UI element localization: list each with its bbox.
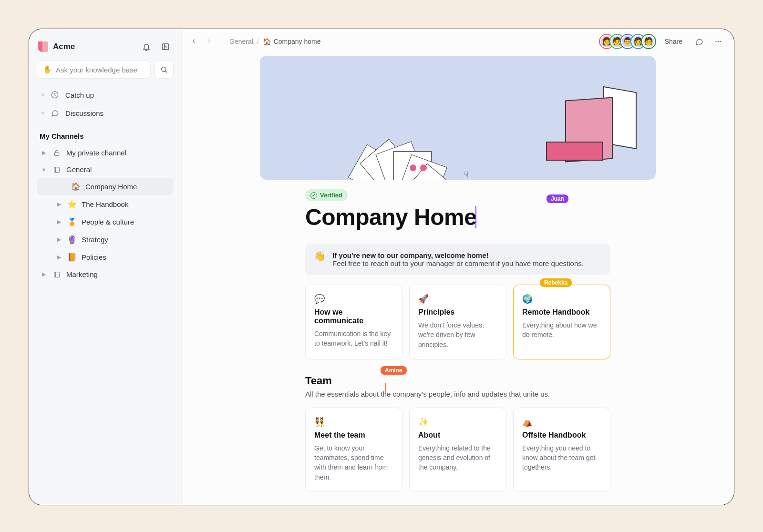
nav-dot-icon [41, 112, 44, 114]
card[interactable]: 🚀PrinciplesWe don't force values, we're … [409, 285, 506, 359]
chevron-right-icon[interactable]: ▶ [56, 219, 62, 225]
notifications-icon[interactable] [139, 40, 154, 54]
share-button[interactable]: Share [660, 35, 687, 48]
breadcrumb-emoji-icon: 🏠 [263, 38, 271, 45]
channel-general-label: General [66, 165, 92, 174]
collapse-sidebar-icon[interactable] [158, 40, 173, 54]
workspace-header: Acme [35, 37, 175, 61]
nav-discussions-label: Discussions [65, 109, 103, 117]
comment-icon[interactable] [692, 34, 706, 49]
card-desc: Get to know your teammates, spend time w… [314, 443, 393, 482]
svg-rect-4 [54, 167, 60, 172]
channel-general[interactable]: ▼ General [37, 162, 174, 177]
card[interactable]: 💬How we communicateCommunication is the … [305, 285, 402, 359]
page-title[interactable]: Company Home [305, 204, 610, 230]
svg-rect-3 [54, 153, 59, 155]
callout-body: Feel free to reach out to your manager o… [332, 259, 584, 267]
clock-icon [50, 91, 60, 99]
page-handbook-label: The Handbook [82, 200, 128, 208]
card[interactable]: 👯Meet the teamGet to know your teammates… [305, 408, 402, 492]
breadcrumb-current-label: Company home [274, 38, 321, 45]
breadcrumb-separator-icon: / [257, 38, 259, 45]
svg-point-8 [720, 41, 721, 41]
card-title: Meet the team [314, 431, 393, 440]
page-people-culture[interactable]: ▶ 🏅 People & culture [37, 214, 174, 230]
presence-avatars[interactable]: 👩🧑👨👩🧑 [603, 35, 655, 48]
cards-row-top: 💬How we communicateCommunication is the … [305, 285, 610, 359]
card-desc: Communication is the key to teamwork. Le… [314, 329, 393, 348]
avatar[interactable]: 🧑 [642, 35, 655, 48]
emoji-icon: 📙 [67, 253, 77, 262]
cards-row-team: 👯Meet the teamGet to know your teammates… [305, 408, 610, 492]
workspace-name[interactable]: Acme [53, 42, 134, 51]
card-desc: Everything about how we do remote. [522, 320, 601, 340]
nav-catch-up-label: Catch up [65, 91, 94, 99]
app-window: Acme ✋ Ask your knowledge base [29, 29, 734, 505]
card-emoji-icon: ✨ [418, 417, 497, 427]
nav-back-button[interactable] [186, 34, 201, 49]
page-strategy[interactable]: ▶ 🔮 Strategy [37, 231, 174, 248]
search-placeholder: Ask your knowledge base [56, 66, 137, 74]
callout-title: If you're new to our company, welcome ho… [332, 251, 584, 259]
emoji-icon: ⭐ [67, 200, 77, 209]
page-handbook[interactable]: ▶ ⭐ The Handbook [37, 196, 174, 213]
breadcrumb: General / 🏠 Company home [229, 38, 321, 45]
page-policies-label: Policies [82, 253, 106, 261]
page-company-home[interactable]: 🏠 Company Home [37, 178, 174, 195]
emoji-icon: 🔮 [67, 235, 77, 244]
card-title: How we communicate [314, 308, 393, 325]
nav-catch-up[interactable]: Catch up [37, 86, 174, 103]
card-title: Offsite Handbook [522, 431, 601, 440]
main: General / 🏠 Company home 👩🧑👨👩🧑 Share [182, 29, 734, 505]
welcome-callout[interactable]: 👋 If you're new to our company, welcome … [305, 244, 610, 275]
card[interactable]: Rebekka🌍Remote HandbookEverything about … [513, 285, 610, 359]
content-scroll[interactable]: ☟ ✓ Verified Company Home Juan 👋 [182, 54, 734, 505]
workspace-logo-icon [38, 41, 48, 52]
nav-discussions[interactable]: Discussions [37, 104, 174, 122]
chevron-right-icon[interactable]: ▶ [56, 236, 62, 243]
card-title: Principles [418, 308, 497, 317]
channel-icon [52, 166, 62, 174]
card-title: Remote Handbook [522, 308, 601, 317]
nav-dot-icon [41, 93, 44, 96]
chevron-right-icon[interactable]: ▶ [41, 271, 47, 277]
more-menu-icon[interactable] [711, 34, 725, 49]
presence-cursor-juan: Juan [546, 194, 568, 203]
card[interactable]: ✨AboutEverything related to the genesis … [409, 408, 506, 492]
chevron-right-icon[interactable]: ▶ [41, 150, 47, 156]
breadcrumb-current[interactable]: 🏠 Company home [263, 38, 321, 45]
chevron-down-icon[interactable]: ▼ [41, 167, 47, 173]
svg-point-1 [162, 67, 166, 72]
svg-rect-5 [54, 272, 60, 277]
card-emoji-icon: 💬 [314, 294, 393, 304]
search-icon-button[interactable] [155, 61, 174, 79]
channel-private[interactable]: ▶ My private channel [37, 145, 174, 161]
svg-point-6 [715, 41, 716, 41]
card-desc: Everything related to the genesis and ev… [418, 443, 497, 472]
page-title-text: Company Home [305, 205, 476, 230]
verified-label: Verified [320, 192, 342, 199]
page-company-home-label: Company Home [85, 183, 137, 191]
card-emoji-icon: 👯 [314, 417, 393, 427]
presence-cursor-rebekka: Rebekka [540, 278, 572, 287]
channel-marketing[interactable]: ▶ Marketing [37, 266, 174, 282]
card-emoji-icon: ⛺ [522, 417, 601, 427]
channels-heading: My Channels [35, 122, 175, 145]
presence-cursor-amine: Amine [381, 366, 407, 375]
page-policies[interactable]: ▶ 📙 Policies [37, 249, 174, 266]
card-emoji-icon: 🚀 [418, 294, 497, 304]
card-emoji-icon: 🌍 [522, 294, 601, 304]
verified-badge[interactable]: ✓ Verified [305, 189, 348, 201]
channel-icon [52, 271, 62, 278]
team-subheading: All the essentials about the company's p… [305, 390, 610, 398]
chevron-right-icon[interactable]: ▶ [56, 201, 62, 207]
search-input[interactable]: ✋ Ask your knowledge base [37, 61, 151, 79]
lock-icon [52, 149, 62, 157]
chevron-right-icon[interactable]: ▶ [56, 254, 62, 260]
nav-forward-button[interactable] [202, 34, 216, 49]
card-desc: Everything you need to know about the te… [522, 443, 601, 472]
page-cover[interactable]: ☟ [260, 56, 656, 180]
breadcrumb-root[interactable]: General [229, 38, 253, 45]
hero-book-icon [546, 142, 603, 161]
card[interactable]: ⛺Offsite HandbookEverything you need to … [513, 408, 610, 492]
